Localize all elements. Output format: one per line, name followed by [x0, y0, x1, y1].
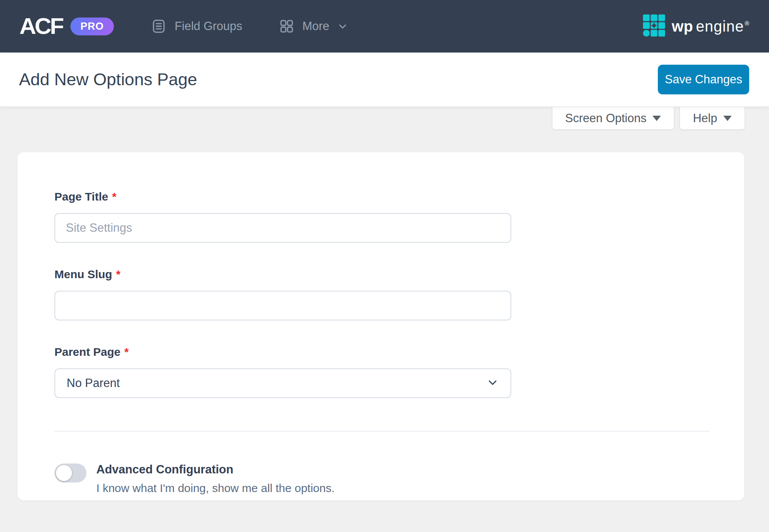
nav-item-label: More — [302, 19, 329, 33]
page-header: Add New Options Page Save Changes — [0, 53, 769, 107]
triangle-down-icon — [653, 116, 661, 121]
advanced-configuration-text: Advanced Configuration I know what I'm d… — [96, 463, 335, 495]
parent-page-field: Parent Page * No Parent — [54, 346, 744, 398]
grid-icon — [279, 18, 295, 34]
page-title-label: Page Title * — [54, 190, 744, 203]
nav-item-field-groups[interactable]: Field Groups — [150, 18, 242, 35]
required-asterisk: * — [112, 190, 116, 203]
nav-item-more[interactable]: More — [279, 18, 348, 34]
help-label: Help — [693, 111, 717, 125]
navbar-menu: Field Groups More — [150, 18, 348, 35]
advanced-configuration-label: Advanced Configuration — [96, 463, 335, 476]
advanced-configuration-row: Advanced Configuration I know what I'm d… — [54, 463, 744, 495]
triangle-down-icon — [723, 116, 732, 121]
pro-badge: PRO — [70, 18, 114, 35]
label-text: Parent Page — [54, 346, 120, 358]
screen-tabs: Screen Options Help — [552, 107, 745, 130]
menu-slug-field: Menu Slug * — [54, 268, 744, 320]
field-groups-icon — [150, 18, 167, 35]
chevron-down-icon — [337, 21, 348, 32]
wpengine-logo: wp engine ® — [643, 14, 749, 38]
wpengine-engine-text: engine — [696, 18, 744, 35]
wpengine-reg-mark: ® — [745, 20, 749, 27]
toggle-knob — [56, 465, 72, 481]
acf-logo: ACF — [19, 15, 63, 38]
section-divider — [54, 431, 710, 432]
help-tab[interactable]: Help — [680, 107, 745, 130]
chevron-down-icon — [486, 376, 499, 390]
selected-value: No Parent — [67, 376, 120, 390]
wpengine-wp-text: wp — [672, 18, 693, 35]
advanced-configuration-description: I know what I'm doing, show me all the o… — [96, 482, 335, 495]
page-title-input[interactable] — [54, 213, 511, 243]
menu-slug-input[interactable] — [54, 291, 511, 320]
wpengine-icon — [643, 14, 665, 38]
save-changes-button[interactable]: Save Changes — [658, 65, 749, 94]
menu-slug-label: Menu Slug * — [54, 268, 744, 281]
acf-logo-group[interactable]: ACF PRO — [20, 15, 114, 38]
screen-options-tab[interactable]: Screen Options — [552, 107, 675, 130]
label-text: Page Title — [54, 190, 108, 203]
nav-item-label: Field Groups — [175, 19, 242, 33]
page-title: Add New Options Page — [19, 70, 197, 89]
options-page-form-card: Page Title * Menu Slug * Parent Page * N… — [18, 152, 744, 500]
screen-options-label: Screen Options — [565, 111, 647, 125]
parent-page-label: Parent Page * — [54, 346, 744, 358]
page-title-field: Page Title * — [54, 190, 744, 243]
label-text: Menu Slug — [54, 268, 112, 281]
required-asterisk: * — [116, 268, 121, 281]
top-navbar: ACF PRO Field Groups — [0, 0, 769, 53]
advanced-configuration-toggle[interactable] — [54, 464, 86, 483]
wpengine-wordmark: wp engine ® — [672, 18, 749, 35]
parent-page-select[interactable]: No Parent — [54, 368, 511, 398]
required-asterisk: * — [124, 346, 129, 358]
